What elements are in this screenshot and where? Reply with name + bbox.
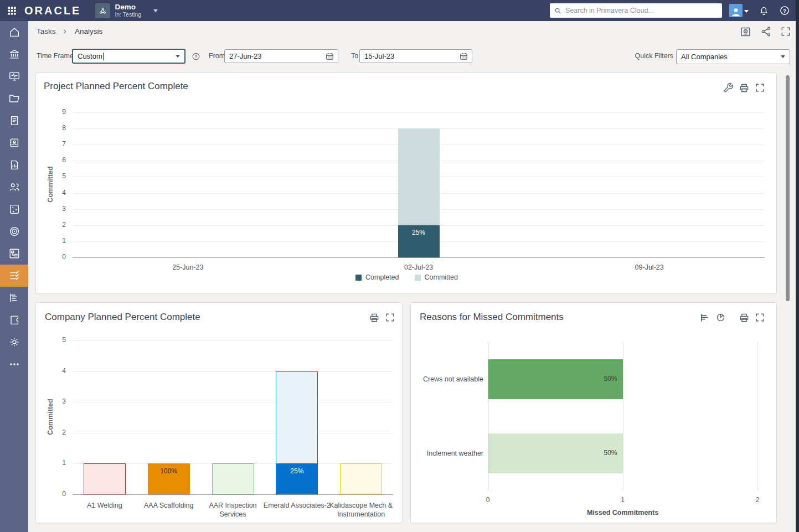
sidebar-item-resources[interactable]: [0, 176, 28, 198]
target-icon: [8, 225, 20, 237]
help-icon[interactable]: ?: [779, 5, 790, 16]
gridline: [73, 340, 393, 341]
sidebar-item-tasks[interactable]: [0, 265, 28, 287]
y-axis-tick: 5: [48, 336, 66, 344]
stamp-shape-icon: [8, 314, 20, 326]
x-axis-tick: 2: [746, 496, 769, 504]
sidebar-item-dashboards[interactable]: [0, 65, 28, 87]
company-planned-chart: 012345CommittedA1 WeldingAAA Scaffolding…: [36, 303, 403, 524]
text-cursor: [103, 53, 104, 60]
legend-label: Committed: [425, 273, 458, 281]
svg-text:?: ?: [195, 54, 198, 59]
quick-filters-select[interactable]: All Companies: [676, 49, 790, 64]
preview-icon[interactable]: [740, 26, 751, 38]
gridline: [623, 342, 623, 490]
gridline: [73, 112, 765, 113]
gantt-list-icon: [8, 292, 20, 304]
sidebar-item-schedule[interactable]: [0, 287, 28, 309]
top-bar: ORACLE Demo In: Testing: [0, 0, 799, 21]
quick-filters-label: Quick Filters: [635, 49, 673, 64]
sidebar-item-settings[interactable]: [0, 331, 28, 353]
gridline: [73, 402, 393, 402]
project-planned-chart: 0123456789Committed25-Jun-2302-Jul-2325%…: [36, 73, 777, 295]
legend-item-committed[interactable]: Committed: [415, 273, 458, 281]
time-frame-help-icon[interactable]: ?: [192, 52, 200, 61]
org-chart-icon: [8, 247, 20, 260]
bar-completed-AAA Scaffolding[interactable]: [148, 463, 190, 494]
sidebar-item-objectives[interactable]: [0, 220, 28, 242]
gridline: [757, 342, 758, 490]
dice-icon: [8, 203, 20, 215]
bar-completed-02-Jul-23[interactable]: [398, 225, 440, 257]
app-launcher-icon[interactable]: [7, 6, 17, 16]
bar-inclement-weather[interactable]: [488, 433, 623, 473]
search-input[interactable]: [565, 7, 718, 14]
x-axis-category: Emerald Associates-2: [262, 501, 331, 510]
sidebar-item-projects[interactable]: [0, 87, 28, 110]
tasks-checklist-icon: [8, 270, 20, 282]
y-axis-tick: 0: [48, 490, 66, 498]
missed-commitments-card: Reasons for Missed Commitments 012Crews …: [410, 302, 777, 523]
legend-label: Completed: [365, 273, 399, 281]
bar-committed-Kalidascope Mech & Instrumentation[interactable]: [340, 463, 382, 494]
gridline: [73, 433, 393, 433]
user-avatar[interactable]: [729, 4, 743, 17]
user-menu-caret-icon[interactable]: [744, 10, 749, 13]
sidebar-item-more[interactable]: [0, 353, 28, 375]
breadcrumb-tasks[interactable]: Tasks: [37, 21, 56, 42]
from-label: From: [209, 49, 225, 64]
x-axis-category: AAA Scaffolding: [135, 501, 203, 510]
workspace-icon: [95, 3, 110, 18]
workspace-context: In: Testing: [115, 12, 141, 18]
sidebar-item-documents[interactable]: [0, 110, 28, 132]
people-icon: [8, 181, 20, 193]
gridline: [73, 257, 765, 258]
notifications-bell-icon[interactable]: [759, 6, 769, 16]
missed-commitments-chart: 012Crews not available50%Inclement weath…: [411, 303, 777, 524]
x-axis-category: 09-Jul-23: [611, 263, 688, 272]
report-chart-icon: [8, 159, 20, 171]
bar-crews-not-available[interactable]: [488, 359, 623, 399]
x-axis-category: A1 Welding: [70, 501, 139, 510]
from-date-input[interactable]: 27-Jun-23: [224, 49, 338, 63]
sidebar-item-portfolios[interactable]: [0, 43, 28, 65]
global-search[interactable]: [550, 3, 722, 18]
legend-swatch: [415, 275, 421, 281]
gridline: [73, 494, 393, 495]
contact-card-icon: [8, 137, 20, 149]
project-planned-card: Project Planned Percent Complete 0123456…: [35, 73, 777, 294]
legend-item-completed[interactable]: Completed: [355, 273, 399, 281]
to-label: To: [351, 49, 358, 64]
bar-completed-Emerald Associates-2[interactable]: [276, 463, 318, 494]
sidebar-item-home[interactable]: [0, 21, 28, 43]
time-frame-select[interactable]: Custom: [72, 49, 185, 64]
sidebar-item-reports[interactable]: [0, 154, 28, 176]
workspace-caret-icon[interactable]: [153, 9, 158, 12]
x-axis-category: AAR Inspection Services: [199, 501, 267, 519]
fullscreen-icon[interactable]: [780, 26, 791, 37]
calendar-icon: [459, 51, 468, 61]
svg-text:?: ?: [783, 8, 786, 14]
bar-committed-AAR Inspection Services[interactable]: [212, 463, 254, 494]
x-axis-category: Kalidascope Mech & Instrumentation: [327, 501, 395, 519]
workspace-switcher[interactable]: Demo In: Testing: [95, 3, 158, 18]
sidebar-nav: [0, 21, 28, 532]
vertical-scrollbar-thumb[interactable]: [786, 75, 790, 301]
to-date-value: 15-Jul-23: [364, 52, 459, 60]
y-axis-category: Inclement weather: [411, 449, 483, 458]
sidebar-item-workflows[interactable]: [0, 242, 28, 265]
bank-icon: [8, 48, 20, 60]
y-axis-label: Committed: [47, 129, 54, 240]
sidebar-item-contacts[interactable]: [0, 132, 28, 154]
to-date-input[interactable]: 15-Jul-23: [359, 49, 472, 63]
window-edge: [796, 0, 799, 532]
share-icon[interactable]: [761, 26, 772, 37]
search-icon: [554, 7, 562, 15]
sidebar-item-approvals[interactable]: [0, 309, 28, 331]
bar-committed-02-Jul-23[interactable]: [398, 128, 440, 225]
x-axis-tick: 0: [477, 496, 499, 504]
bar-committed-A1 Welding[interactable]: [84, 463, 126, 494]
y-axis-tick: 9: [48, 108, 66, 116]
sidebar-item-risk[interactable]: [0, 198, 28, 220]
time-frame-label: Time Frame: [37, 49, 74, 64]
